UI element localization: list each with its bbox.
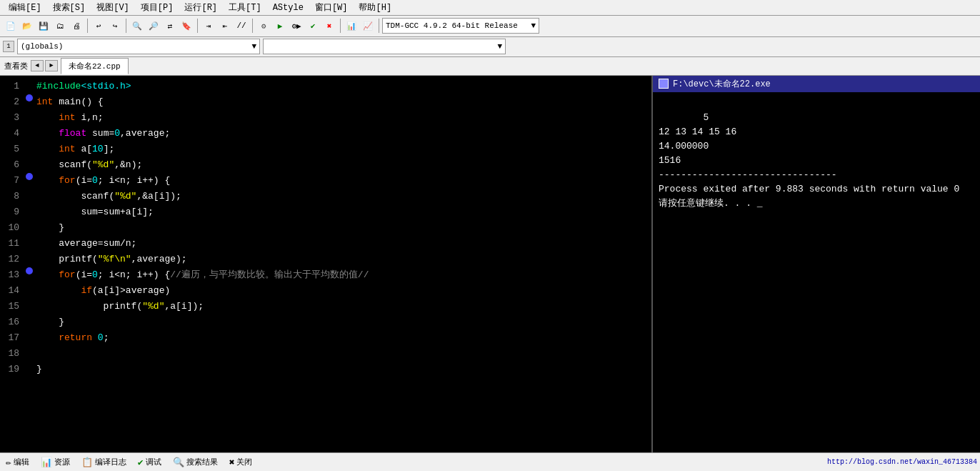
line-num-5: 5 [0, 142, 25, 157]
save-btn[interactable]: 💾 [36, 18, 51, 34]
code-content-3: int i,n; [34, 110, 104, 126]
sep2 [126, 19, 126, 33]
menu-astyle[interactable]: AStyle [267, 1, 309, 14]
bottom-search-results-btn[interactable]: 🔍 搜索结果 [170, 455, 221, 470]
menu-project[interactable]: 项目[P] [135, 0, 179, 15]
save-all-btn[interactable]: 🗂 [52, 18, 68, 34]
code-line-5: 5 int a[10]; [0, 142, 651, 157]
comment-btn[interactable]: // [234, 18, 249, 34]
nav-right-btn[interactable]: ► [45, 60, 58, 71]
code-line-2: 2 int main() { [0, 94, 651, 110]
chart-btn[interactable]: 📊 [344, 18, 359, 34]
output-window-icon [659, 79, 669, 89]
menu-search[interactable]: 搜索[S] [47, 0, 91, 15]
output-title: F:\devc\未命名22.exe [673, 78, 771, 90]
undo-btn[interactable]: ↩ [91, 18, 106, 34]
bottom-debug-btn[interactable]: ✔ 调试 [135, 455, 164, 470]
code-line-16: 16 } [0, 314, 651, 330]
nav-left-btn[interactable]: ◄ [31, 60, 44, 71]
website-url: http://blog.csdn.net/waxin_46713384 [827, 458, 977, 466]
replace-btn[interactable]: ⇄ [162, 18, 178, 34]
code-content-9: sum=sum+a[i]; [34, 204, 154, 220]
redo-btn[interactable]: ↪ [107, 18, 123, 34]
sidebar-label: 查看类 [3, 61, 29, 71]
bottom-compile-log-btn[interactable]: 📋 编译日志 [79, 455, 129, 470]
bp-2 [25, 94, 34, 101]
find2-btn[interactable]: 🔎 [146, 18, 161, 34]
stop-btn[interactable]: ✖ [321, 18, 337, 34]
line-num-btn[interactable]: 1 [3, 41, 14, 52]
check-btn[interactable]: ✔ [305, 18, 321, 34]
new-btn[interactable]: 📄 [3, 18, 19, 34]
find-btn[interactable]: 🔍 [129, 18, 145, 34]
indent-btn[interactable]: ⇥ [201, 18, 216, 34]
bottom-close-btn[interactable]: ✖ 关闭 [226, 455, 256, 470]
unindent-btn[interactable]: ⇤ [217, 18, 233, 34]
bottom-resource-btn[interactable]: 📊 资源 [38, 455, 73, 470]
chart2-btn[interactable]: 📈 [360, 18, 376, 34]
open-btn[interactable]: 📂 [19, 18, 35, 34]
code-editor[interactable]: 1 #include<stdio.h> 2 int main() { 3 int… [0, 76, 651, 452]
globals-dropdown-arrow: ▼ [251, 42, 256, 51]
toolbar-secondary: 1 (globals) ▼ ▼ [0, 37, 980, 57]
menu-view[interactable]: 视图[V] [91, 0, 135, 15]
menu-window[interactable]: 窗口[W] [309, 0, 354, 15]
menu-edit[interactable]: 编辑[E] [3, 0, 47, 15]
code-content-16: } [34, 314, 64, 330]
debug-label: 调试 [146, 457, 161, 467]
line-num-9: 9 [0, 204, 25, 220]
compiler-dropdown-label: TDM-GCC 4.9.2 64-bit Release [386, 21, 518, 30]
code-content-6: scanf("%d",&n); [34, 157, 142, 173]
compile-log-icon: 📋 [81, 457, 93, 468]
run-btn[interactable]: ▶ [272, 18, 288, 34]
compiler-dropdown[interactable]: TDM-GCC 4.9.2 64-bit Release ▼ [382, 18, 539, 34]
menu-tools[interactable]: 工具[T] [223, 0, 267, 15]
tab-file[interactable]: 未命名22.cpp [61, 58, 129, 74]
code-content-7: for(i=0; i<n; i++) { [34, 173, 170, 189]
code-content-8: scanf("%d",&a[i]); [34, 189, 181, 204]
globals-dropdown[interactable]: (globals) ▼ [17, 39, 260, 54]
close-label: 关闭 [236, 457, 252, 467]
tab-label: 未命名22.cpp [69, 62, 121, 71]
line-num-14: 14 [0, 283, 25, 299]
resource-icon: 📊 [41, 457, 52, 468]
line-num-3: 3 [0, 110, 25, 126]
code-line-17: 17 return 0; [0, 330, 651, 346]
code-content-5: int a[10]; [34, 142, 114, 157]
line-num-17: 17 [0, 330, 25, 346]
code-line-15: 15 printf("%d",a[i]); [0, 299, 651, 314]
bookmark-btn[interactable]: 🔖 [179, 18, 194, 34]
line-num-4: 4 [0, 126, 25, 142]
code-line-1: 1 #include<stdio.h> [0, 79, 651, 94]
debug-icon: ✔ [138, 457, 144, 468]
menubar: 编辑[E] 搜索[S] 视图[V] 项目[P] 运行[R] 工具[T] ASty… [0, 0, 980, 16]
edit-label: 编辑 [14, 457, 29, 467]
code-line-19: 19 } [0, 362, 651, 377]
compiler-dropdown-arrow: ▼ [531, 21, 536, 30]
output-titlebar: F:\devc\未命名22.exe [653, 76, 980, 92]
toolbar-main: 📄 📂 💾 🗂 🖨 ↩ ↪ 🔍 🔎 ⇄ 🔖 ⇥ ⇤ // ⚙ ▶ ⚙▶ [0, 16, 980, 37]
code-content-14: if(a[i]>average) [34, 283, 170, 299]
code-line-13: 13 for(i=0; i<n; i++) {//遍历，与平均数比较。输出大于平… [0, 267, 651, 283]
line-num-7: 7 [0, 173, 25, 189]
app-window: 编辑[E] 搜索[S] 视图[V] 项目[P] 运行[R] 工具[T] ASty… [0, 0, 980, 471]
output-line-1: 5 12 13 14 15 16 14.000000 1516 --------… [659, 112, 959, 209]
close-icon: ✖ [229, 457, 235, 468]
sep6 [379, 19, 379, 33]
code-line-7: 7 for(i=0; i<n; i++) { [0, 173, 651, 189]
line-num-12: 12 [0, 252, 25, 267]
code-line-8: 8 scanf("%d",&a[i]); [0, 189, 651, 204]
bottom-edit-btn[interactable]: ✏ 编辑 [3, 455, 32, 470]
code-line-4: 4 float sum=0,average; [0, 126, 651, 142]
print-btn[interactable]: 🖨 [69, 18, 84, 34]
code-content-10: } [34, 220, 64, 236]
compile-btn[interactable]: ⚙ [256, 18, 271, 34]
scope-dropdown[interactable]: ▼ [263, 39, 506, 54]
code-line-6: 6 scanf("%d",&n); [0, 157, 651, 173]
main-area: 1 #include<stdio.h> 2 int main() { 3 int… [0, 76, 980, 452]
compile-run-btn[interactable]: ⚙▶ [289, 18, 304, 34]
menu-run[interactable]: 运行[R] [179, 0, 223, 15]
edit-icon: ✏ [6, 457, 11, 468]
line-num-10: 10 [0, 220, 25, 236]
menu-help[interactable]: 帮助[H] [353, 0, 397, 15]
